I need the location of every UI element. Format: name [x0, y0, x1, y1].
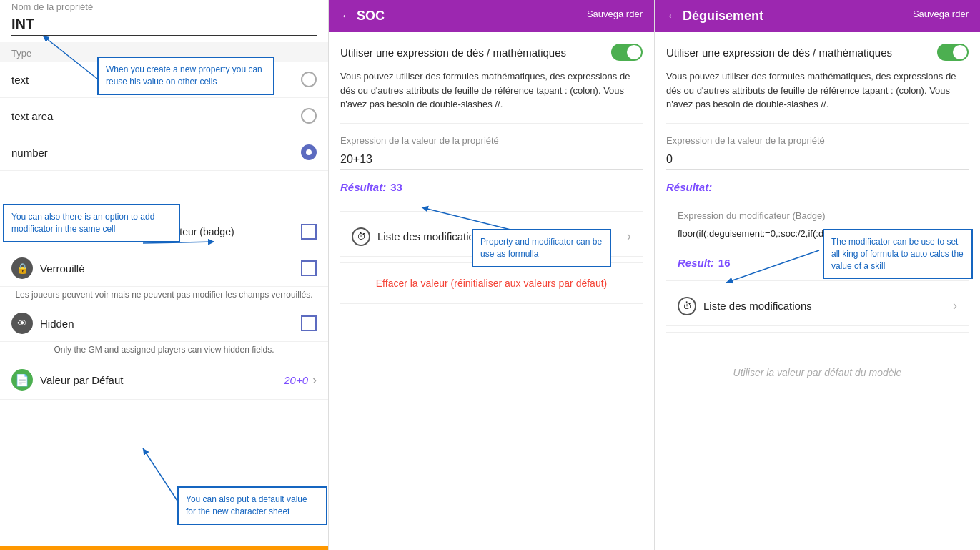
default-value-row[interactable]: 📄 Valeur par Défaut 20+0 ›: [0, 360, 328, 400]
right-list-label: Liste des modifications: [703, 300, 812, 312]
clock-icon-right: ⏱: [678, 297, 696, 315]
middle-list-arrow[interactable]: ›: [627, 229, 631, 244]
right-info-text: Vous pouvez utiliser des formules mathém…: [666, 69, 969, 124]
default-value-icon: 📄: [11, 369, 33, 391]
default-value-text: 20+0: [284, 374, 308, 386]
right-expression-input[interactable]: [666, 150, 969, 170]
clock-icon-middle: ⏱: [352, 227, 370, 246]
right-result2-value: 16: [718, 257, 731, 269]
hidden-option-label: Hidden: [40, 318, 74, 330]
radio-textarea[interactable]: text area: [0, 98, 328, 134]
middle-toggle-switch[interactable]: [611, 44, 643, 61]
tooltip-formula: Property and modificator can be use as f…: [472, 229, 611, 267]
middle-result-label: Résultat:: [340, 181, 386, 193]
middle-toggle-label: Utiliser une expression de dés / mathéma…: [340, 46, 611, 59]
locked-option-label: Verrouillé: [40, 262, 85, 275]
right-expression-label: Expression de la valeur de la propriété: [666, 135, 969, 146]
right-result-row: Résultat:: [666, 181, 969, 193]
radio-number[interactable]: number: [0, 134, 328, 171]
middle-save-button[interactable]: Sauvega rder: [587, 9, 643, 19]
middle-header: ← SOC Sauvega rder: [329, 0, 654, 32]
right-header: ← Déguisement Sauvega rder: [655, 0, 980, 32]
middle-back-button[interactable]: ← SOC: [340, 9, 385, 24]
radio-textarea-circle[interactable]: [301, 108, 317, 124]
default-value-label: Valeur par Défaut: [40, 374, 123, 386]
locked-option-row[interactable]: 🔒 Verrouillé: [0, 250, 328, 287]
middle-result-row: Résultat: 33: [340, 181, 643, 193]
right-result2-label: Result:: [678, 257, 714, 269]
right-content: Utiliser une expression de dés / mathéma…: [655, 32, 980, 550]
modifier-checkbox[interactable]: [301, 224, 317, 240]
middle-divider-1: [340, 205, 643, 205]
right-default-placeholder-area: Utiliser la valeur par défaut du modèle: [666, 338, 969, 407]
middle-clear-button[interactable]: Effacer la valeur (réinitialiser aux val…: [340, 269, 643, 298]
tooltip-modificator: You can also there is an option to add m…: [3, 204, 180, 242]
lock-icon: 🔒: [11, 257, 33, 279]
eye-icon: 👁: [11, 313, 33, 334]
radio-text-label: text: [11, 74, 29, 86]
middle-expression-input[interactable]: [340, 150, 643, 170]
right-save-button[interactable]: Sauvega rder: [913, 9, 969, 19]
radio-text-circle[interactable]: [301, 72, 317, 87]
middle-divider-2: [340, 211, 643, 212]
middle-info-text: Vous pouvez utiliser des formules mathém…: [340, 69, 643, 124]
right-list-arrow[interactable]: ›: [953, 298, 957, 313]
locked-description: Les joueurs peuvent voir mais ne peuvent…: [0, 287, 328, 305]
right-divider-2: [666, 332, 969, 333]
radio-number-label: number: [11, 147, 48, 159]
middle-panel: ← SOC Sauvega rder Utiliser une expressi…: [329, 0, 655, 550]
middle-expression-label: Expression de la valeur de la propriété: [340, 135, 643, 146]
middle-divider-4: [340, 303, 643, 304]
hidden-option-row[interactable]: 👁 Hidden: [0, 305, 328, 342]
property-name-label: Nom de la propriété: [0, 0, 104, 14]
middle-list-label: Liste des modifications: [377, 230, 486, 242]
bottom-bar: [0, 546, 328, 550]
hidden-description: Only the GM and assigned players can vie…: [0, 342, 328, 360]
default-value-arrow[interactable]: ›: [312, 373, 317, 388]
middle-content: Utiliser une expression de dés / mathéma…: [329, 32, 654, 550]
svg-line-2: [143, 448, 177, 501]
right-list-row[interactable]: ⏱ Liste des modifications ›: [666, 287, 969, 326]
right-back-button[interactable]: ← Déguisement: [666, 9, 763, 24]
right-toggle-label: Utiliser une expression de dés / mathéma…: [666, 46, 937, 59]
right-toggle-switch[interactable]: [937, 44, 969, 61]
radio-number-circle[interactable]: [301, 144, 317, 160]
tooltip-modifier: The modificator can be use to set all ki…: [823, 229, 973, 279]
property-name-input[interactable]: [11, 13, 317, 36]
middle-result-value: 33: [390, 181, 402, 193]
right-result-label: Résultat:: [666, 181, 712, 193]
right-panel: ← Déguisement Sauvega rder Utiliser une …: [655, 0, 980, 550]
locked-checkbox[interactable]: [301, 260, 317, 276]
left-panel: Nom de la propriété When you create a ne…: [0, 0, 329, 550]
right-toggle-row: Utiliser une expression de dés / mathéma…: [666, 44, 969, 61]
middle-toggle-row: Utiliser une expression de dés / mathéma…: [340, 44, 643, 61]
hidden-checkbox[interactable]: [301, 315, 317, 331]
tooltip-reuse-property: When you create a new property you can r…: [97, 57, 274, 95]
right-divider-1: [666, 280, 969, 281]
tooltip-default-value: You can also put a default value for the…: [177, 486, 327, 525]
radio-textarea-label: text area: [11, 110, 53, 122]
right-default-placeholder: Utiliser la valeur par défaut du modèle: [678, 353, 957, 393]
right-modifier-label: Expression du modificateur (Badge): [678, 210, 957, 221]
